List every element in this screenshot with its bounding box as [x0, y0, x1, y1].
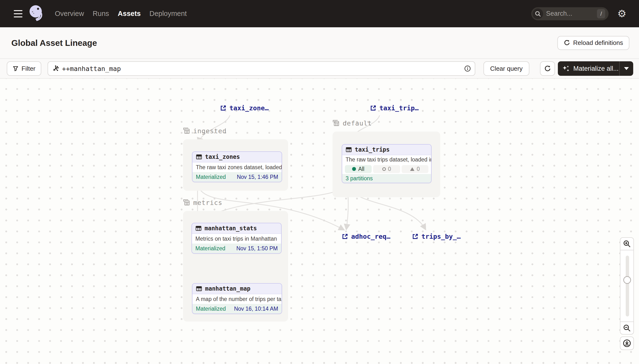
group-label-ingested[interactable]: ingested [183, 127, 227, 135]
asset-status-bar: Materialized Nov 16, 10:14 AM [193, 304, 282, 314]
zoom-out-icon [623, 324, 631, 332]
materialization-timestamp[interactable]: Nov 16, 10:14 AM [234, 306, 278, 312]
zoom-controls [620, 237, 634, 350]
refresh-icon [544, 65, 551, 72]
global-search[interactable]: / [531, 7, 608, 20]
lineage-edges [0, 79, 639, 364]
partitions-failed-badge[interactable]: 0 [402, 165, 428, 173]
asset-description: A map of the number of trips per taxi z.… [193, 294, 282, 304]
zoom-slider-thumb[interactable] [623, 276, 631, 284]
materialization-timestamp[interactable]: Nov 15, 1:46 PM [237, 174, 278, 180]
partitions-all-badge[interactable]: All [345, 165, 372, 173]
status-badge: Materialized [196, 306, 226, 312]
page-title: Global Asset Lineage [11, 38, 97, 48]
asset-status-bar: 3 partitions [342, 174, 431, 183]
chevron-down-icon [624, 67, 629, 70]
external-asset-adhoc-req[interactable]: adhoc_req… [341, 233, 390, 240]
asset-node-taxi-trips[interactable]: taxi_trips The raw taxi trips dataset, l… [342, 144, 432, 183]
partitions-count[interactable]: 3 partitions [346, 175, 373, 182]
table-icon [196, 154, 202, 160]
materialize-all-button[interactable]: Materialize all... [558, 61, 633, 76]
zoom-slider-track[interactable] [626, 256, 629, 316]
gear-icon[interactable]: ⚙ [617, 9, 626, 19]
asset-query-input[interactable] [62, 65, 464, 72]
download-icon [622, 339, 631, 348]
lineage-toolbar: Filter Clear query [0, 59, 639, 79]
external-asset-taxi-trip[interactable]: taxi_trip… [370, 104, 419, 112]
group-label-metrics[interactable]: metrics [183, 199, 222, 206]
nav-item-runs[interactable]: Runs [93, 10, 109, 18]
zoom-out-button[interactable] [620, 322, 634, 334]
table-icon [196, 286, 202, 292]
asset-status-bar: Materialized Nov 15, 1:50 PM [192, 244, 281, 253]
warning-triangle-icon [410, 167, 414, 171]
refresh-icon [564, 40, 570, 46]
external-link-icon [370, 105, 376, 112]
asset-node-taxi-zones[interactable]: taxi_zones The raw taxi zones dataset, l… [192, 151, 282, 182]
asset-node-manhattan-stats[interactable]: manhattan_stats Metrics on taxi trips in… [192, 223, 282, 254]
dagster-logo [28, 4, 45, 24]
success-dot-icon [352, 167, 356, 171]
main-nav: Overview Runs Assets Deployment [55, 10, 187, 18]
table-icon [195, 225, 202, 232]
top-navbar: Overview Runs Assets Deployment / ⚙ [0, 0, 639, 27]
external-asset-trips-by[interactable]: trips_by_… [412, 233, 461, 240]
group-table-icon [332, 119, 340, 127]
materialization-timestamp[interactable]: Nov 15, 1:50 PM [236, 245, 278, 252]
asset-query-box[interactable] [48, 61, 475, 76]
clear-query-button[interactable]: Clear query [483, 61, 529, 76]
status-badge: Materialized [196, 174, 226, 180]
reload-definitions-button[interactable]: Reload definitions [557, 36, 629, 50]
external-link-icon [220, 105, 227, 112]
nav-item-assets[interactable]: Assets [118, 10, 141, 18]
group-table-icon [183, 127, 190, 135]
zoom-in-button[interactable] [620, 237, 634, 250]
partition-badges: All 0 0 [342, 164, 431, 174]
nav-item-overview[interactable]: Overview [55, 10, 84, 18]
external-asset-taxi-zone[interactable]: taxi_zone… [220, 104, 269, 112]
partitions-missing-badge[interactable]: 0 [373, 165, 400, 173]
search-input[interactable] [546, 10, 582, 18]
download-graph-button[interactable] [620, 336, 634, 350]
slash-shortcut-badge: / [597, 9, 605, 18]
search-icon [532, 8, 543, 19]
hamburger-menu-icon[interactable] [14, 10, 23, 18]
nav-item-deployment[interactable]: Deployment [150, 10, 187, 18]
missing-ring-icon [382, 167, 386, 171]
group-table-icon [183, 199, 190, 206]
refresh-query-button[interactable] [540, 61, 555, 76]
asset-node-manhattan-map[interactable]: manhattan_map A map of the number of tri… [192, 283, 282, 314]
asset-description: The raw taxi trips dataset, loaded into … [342, 155, 431, 164]
table-icon [346, 146, 352, 153]
group-label-default[interactable]: default [332, 119, 372, 127]
graph-query-icon [52, 65, 59, 72]
external-link-icon [412, 233, 418, 240]
filter-button[interactable]: Filter [7, 61, 41, 76]
sparkle-icon [562, 65, 570, 72]
zoom-in-icon [623, 240, 631, 248]
page-header: Global Asset Lineage Reload definitions [0, 27, 639, 59]
zoom-slider[interactable] [620, 250, 634, 322]
asset-description: The raw taxi zones dataset, loaded int..… [193, 162, 282, 172]
filter-icon [13, 66, 19, 72]
asset-status-bar: Materialized Nov 15, 1:46 PM [193, 172, 282, 182]
status-badge: Materialized [195, 245, 225, 252]
lineage-canvas[interactable]: ingested default metrics taxi_z [0, 79, 639, 364]
external-link-icon [341, 233, 348, 240]
info-icon[interactable] [464, 65, 471, 72]
asset-description: Metrics on taxi trips in Manhattan [192, 234, 281, 244]
materialize-dropdown-caret[interactable] [620, 67, 633, 70]
